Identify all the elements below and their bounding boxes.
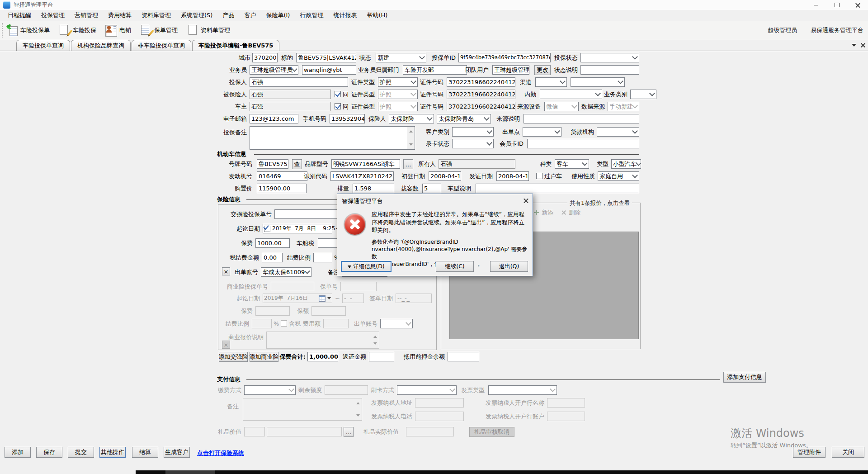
model-input[interactable]: 明锐SVW7166ASi轿车 [331,159,400,169]
displacement-input[interactable]: 1.598 [353,184,394,193]
compulsory-date-picker[interactable]: 2019年 7月 8日 9:25 [263,224,332,233]
loan-org-select[interactable] [597,127,639,137]
reg-date-input[interactable]: 2008-04-10 [429,171,461,181]
menu-item[interactable]: 客户 [239,10,261,21]
toolbar-item-policy-manage[interactable]: 保单管理 [139,23,179,38]
deposit-input[interactable] [448,352,479,361]
menu-item[interactable]: 投保管理 [36,10,70,21]
add-payment-button[interactable]: 添加支付信息 [723,372,766,383]
menu-item[interactable]: 统计报表 [328,10,362,21]
tab[interactable]: 车险投保单编辑-鲁BEV575 [192,40,279,51]
tab[interactable]: 车险投保单查询 [16,40,70,51]
clerk-select[interactable] [540,90,602,99]
menu-item[interactable]: 保险单(I) [261,10,295,21]
vehicle-kind-select[interactable]: 客车 [555,159,589,169]
add-button[interactable]: 添加 [5,447,31,458]
model-more-button[interactable]: … [403,159,413,169]
biz-type-select[interactable] [630,90,656,99]
cert-type-select[interactable]: 护照 [378,77,418,87]
gen-customer-button[interactable]: 生成客户 [164,447,190,458]
close-button[interactable] [847,0,868,10]
card-status-select[interactable] [452,139,494,148]
details-button[interactable]: 详细信息(D) [341,261,392,272]
maximize-button[interactable] [826,0,847,10]
apply-status-select[interactable] [580,53,639,62]
owner-same-checkbox[interactable] [335,103,341,109]
tab[interactable]: 非车险投保单查询 [132,40,191,51]
menu-item[interactable]: 资料库管理 [137,10,176,21]
applicant-input[interactable]: 石强 [250,77,348,87]
menu-item[interactable]: 系统管理(S) [176,10,217,21]
vin-input[interactable]: LSVAK41ZX82102423 [330,171,394,181]
add-commercial-button[interactable]: 添加商业险 [250,352,278,362]
dialog-close-button[interactable] [521,196,530,204]
compulsory-close-button[interactable]: × [222,267,230,275]
status-select[interactable]: 新建 [376,53,426,62]
insured-same-checkbox[interactable] [335,91,341,97]
menu-item[interactable]: 行政管理 [295,10,328,21]
subject-input[interactable]: 鲁BEV575|LSVAK41ZX821 [296,53,356,62]
menu-item[interactable]: 费用结算 [103,10,137,21]
quit-button[interactable]: 退出(Q) [490,261,528,272]
continue-button[interactable]: 继续(C) [436,261,474,272]
usage-select[interactable]: 家庭自用 [598,171,639,181]
salesman-select[interactable]: 王琳超级管理员 [250,65,298,75]
compulsory-account-select[interactable]: 华成太保61009 [261,267,311,277]
email-input[interactable]: 123@123.com [250,114,298,123]
price-input[interactable]: 115900.00 [257,184,307,193]
dept-input[interactable]: 车险开发部 [403,65,467,75]
toolbar-item-doc-manage[interactable]: 资料单管理 [185,23,231,38]
menu-item[interactable]: 产品 [217,10,239,21]
policy-id-input[interactable]: 9f59c4be739a469cbc73cc327087e0ba [458,53,551,62]
tax-fee-input[interactable]: 0.00 [262,253,283,262]
remark-textarea[interactable] [250,126,415,150]
toolbar-item-car-policy-list[interactable]: 车险投保单 [5,23,51,38]
seats-input[interactable]: 5 [422,184,441,193]
tab[interactable]: 机构保险品牌查询 [71,40,131,51]
member-card-input[interactable] [527,139,639,148]
add-compulsory-button[interactable]: 添加交强险 [219,352,248,362]
model-note-input[interactable] [476,184,639,193]
plate-query-button[interactable]: 查 [292,159,302,169]
compulsory-ratio-input[interactable] [313,253,332,262]
mobile-input[interactable]: 13953290495 [330,114,365,123]
refund-input[interactable] [369,352,394,361]
vehicle-type-select[interactable]: 小型汽车 [611,159,641,169]
menu-item[interactable]: 日程提醒 [3,10,36,21]
cert-no-input[interactable]: 370223196602240412 [447,77,515,87]
transfer-checkbox[interactable] [536,173,542,179]
insurer-select[interactable]: 太保财险 [389,114,434,123]
date-checkbox[interactable] [264,226,270,232]
change-button[interactable]: 更改 [534,65,551,75]
other-ops-button[interactable]: 其他操作 [99,447,126,458]
menu-item[interactable]: 营销管理 [70,10,103,21]
menu-item[interactable]: 帮助(H) [362,10,392,21]
customer-type-select[interactable] [452,127,494,137]
issue-point-select[interactable] [523,127,561,137]
chevron-down-icon[interactable] [852,44,856,49]
source-note-input[interactable] [524,114,639,123]
save-button[interactable]: 保存 [36,447,62,458]
plate-input[interactable]: 鲁BEV575 [257,159,288,169]
scrollbar[interactable] [407,127,414,149]
close-form-button[interactable]: 关闭 [832,447,864,458]
gift-more-button[interactable]: … [344,427,354,437]
insurer-branch-select[interactable]: 太保财险青岛 [437,114,491,123]
issue-date-input[interactable]: 2008-04-10 [496,171,529,181]
submit-button[interactable]: 提交 [68,447,94,458]
channel-select-1[interactable] [535,77,567,87]
quote-add-button[interactable]: 新添 [542,209,553,217]
team-user-input[interactable]: 王琳超级管理 [492,65,529,75]
open-insurance-system-link[interactable]: 点击打开保险系统 [197,449,244,457]
status-note-input[interactable] [580,65,639,75]
compulsory-premium-input[interactable]: 1000.00 [255,238,290,248]
toolbar-item-car-insure[interactable]: 车险投保 [57,23,98,38]
close-tab-icon[interactable] [861,43,865,47]
engine-input[interactable]: 016469 [257,171,307,181]
toolbar-item-telemarketing[interactable]: 电销 [104,23,132,38]
quote-delete-button[interactable]: 删除 [569,209,580,217]
minimize-button[interactable] [806,0,826,10]
channel-select-2[interactable] [571,77,625,87]
settle-button[interactable]: 结算 [132,447,158,458]
quote-panel-title[interactable]: 共有1条报价，点击查看 [567,199,632,207]
